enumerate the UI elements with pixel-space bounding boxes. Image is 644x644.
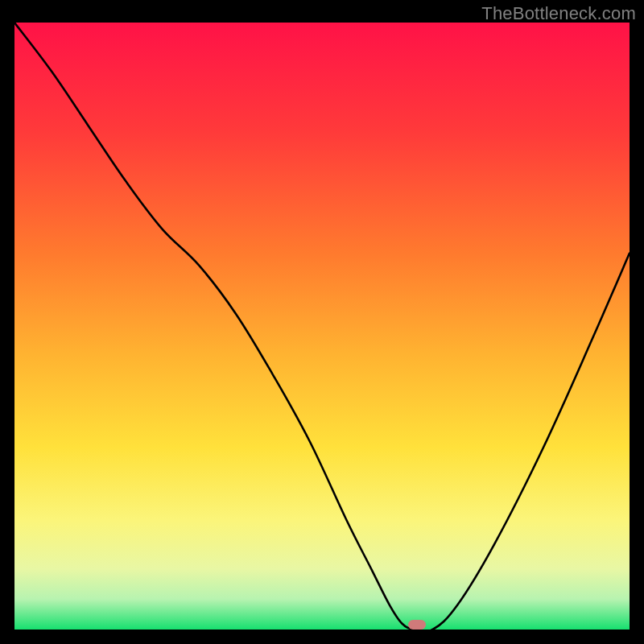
chart-svg bbox=[14, 23, 630, 630]
optimal-marker bbox=[408, 620, 426, 630]
watermark-text: TheBottleneck.com bbox=[481, 3, 636, 24]
gradient-background bbox=[14, 23, 630, 630]
plot-area bbox=[14, 23, 630, 630]
chart-frame: TheBottleneck.com bbox=[0, 0, 644, 644]
